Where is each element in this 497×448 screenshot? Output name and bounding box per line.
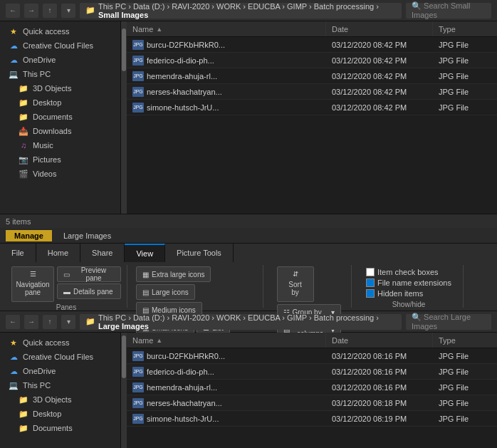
tab-file[interactable]: File — [0, 244, 36, 262]
sidebar-item-documents-1[interactable]: 📁 Documents — [0, 110, 120, 124]
sidebar-item-music-1[interactable]: ♫ Music — [0, 138, 120, 152]
star-icon-2: ★ — [9, 338, 19, 348]
quick-access-label-2: Quick access — [23, 338, 69, 347]
table-row[interactable]: JPG burcu-D2FKbHRkR0... 03/12/2020 08:42… — [127, 37, 497, 53]
ribbon-group-current-view: ⇵ Sort by ☷ Group by ▾ ▤ Add columns ▾ ⟷… — [266, 265, 352, 308]
folder-icon-docs-1: 📁 — [19, 112, 28, 122]
table-row[interactable]: JPG simone-hutsch-JrU... 03/12/2020 08:1… — [127, 411, 497, 427]
star-icon-1: ★ — [9, 26, 19, 36]
sidebar-scrollbar-1[interactable] — [121, 21, 127, 214]
sidebar-item-quick-access-1[interactable]: ★ Quick access — [0, 24, 120, 38]
jpg-icon: JPG — [132, 40, 144, 50]
sidebar-item-onedrive-1[interactable]: ☁ OneDrive — [0, 53, 120, 67]
table-row[interactable]: JPG hemendra-ahuja-rl... 03/12/2020 08:1… — [127, 380, 497, 395]
nav-back-btn-2[interactable]: ← — [6, 315, 20, 329]
breadcrumb-text-2: This PC › Data (D:) › RAVI-2020 › WORK ›… — [98, 313, 396, 330]
title-bar-1: ← → ↑ ▾ 📁 This PC › Data (D:) › RAVI-202… — [0, 0, 497, 21]
show-hide-buttons: Item check boxes File name extensions Hi… — [360, 266, 457, 299]
table-row[interactable]: JPG nerses-khachatryan... 03/12/2020 08:… — [127, 84, 497, 100]
jpg-icon: JPG — [132, 398, 144, 408]
sidebar-item-3d-objects-1[interactable]: 📁 3D Objects — [0, 81, 120, 95]
sidebar-item-desktop-2[interactable]: 📁 Desktop — [0, 407, 120, 421]
desktop-label-1: Desktop — [33, 98, 61, 107]
details-pane-btn[interactable]: ▬ Details pane — [57, 283, 121, 299]
sidebar-item-quick-access-2[interactable]: ★ Quick access — [0, 335, 120, 350]
onedrive-label-2: OneDrive — [23, 367, 56, 375]
col-date-1[interactable]: Date — [326, 21, 433, 36]
nav-pane-icon: ☰ — [30, 270, 36, 278]
col-type-2[interactable]: Type — [433, 333, 497, 348]
jpg-icon: JPG — [132, 87, 144, 97]
file-date-cell: 03/12/2020 08:16 PM — [326, 383, 433, 392]
table-row[interactable]: JPG simone-hutsch-JrU... 03/12/2020 08:4… — [127, 100, 497, 115]
breadcrumb-1[interactable]: 📁 This PC › Data (D:) › RAVI-2020 › WORK… — [80, 3, 402, 19]
sidebar-item-pictures-1[interactable]: 📷 Pictures — [0, 152, 120, 167]
jpg-icon: JPG — [132, 382, 144, 392]
col-type-1[interactable]: Type — [433, 21, 497, 36]
nav-up-btn-2[interactable]: ↑ — [43, 315, 57, 329]
table-row[interactable]: JPG hemendra-ahuja-rl... 03/12/2020 08:4… — [127, 68, 497, 84]
large-images-tab-label[interactable]: Large Images — [63, 231, 111, 240]
sidebar-2: ★ Quick access ☁ Creative Cloud Files ☁ … — [0, 333, 121, 448]
tab-home[interactable]: Home — [36, 244, 80, 262]
manage-tab[interactable]: Manage — [6, 230, 52, 241]
file-name-ext-toggle[interactable]: File name extensions — [366, 278, 451, 287]
preview-pane-btn[interactable]: ▭ Preview pane — [57, 266, 121, 282]
sidebar-item-videos-1[interactable]: 🎬 Videos — [0, 167, 120, 181]
file-name-cell: JPG simone-hutsch-JrU... — [127, 414, 326, 424]
nav-forward-btn-2[interactable]: → — [24, 315, 38, 329]
tab-share[interactable]: Share — [80, 244, 125, 262]
col-name-2[interactable]: Name ▲ — [127, 333, 326, 348]
sidebar-item-documents-2[interactable]: 📁 Documents — [0, 421, 120, 435]
ribbon-group-panes: ☰ Navigation pane ▭ Preview pane ▬ Detai… — [6, 265, 127, 308]
file-date-cell: 03/12/2020 08:42 PM — [326, 103, 433, 112]
file-name-cell: JPG burcu-D2FKbHRkR0... — [127, 351, 326, 361]
file-type-cell: JPG File — [433, 383, 497, 392]
sidebar-scrollbar-2[interactable] — [121, 333, 127, 448]
table-row[interactable]: JPG federico-di-dio-ph... 03/12/2020 08:… — [127, 364, 497, 380]
nav-back-btn-1[interactable]: ← — [6, 4, 20, 18]
recent-btn-1[interactable]: ▾ — [61, 4, 75, 18]
preview-icon: ▭ — [63, 271, 70, 278]
ribbon-buttons-panes: ☰ Navigation pane ▭ Preview pane ▬ Detai… — [11, 266, 121, 302]
file-type-cell: JPG File — [433, 41, 497, 49]
navigation-pane-btn[interactable]: ☰ Navigation pane — [11, 266, 54, 302]
sidebar-item-creative-cloud-2[interactable]: ☁ Creative Cloud Files — [0, 350, 120, 364]
sidebar-item-this-pc-1[interactable]: 💻 This PC — [0, 67, 120, 81]
file-list-2: JPG burcu-D2FKbHRkR0... 03/12/2020 08:16… — [127, 348, 497, 448]
sidebar-item-desktop-1[interactable]: 📁 Desktop — [0, 95, 120, 110]
breadcrumb-text-1: This PC › Data (D:) › RAVI-2020 › WORK ›… — [98, 2, 396, 19]
extra-large-icons-btn[interactable]: ▦ Extra large icons — [136, 266, 211, 282]
table-row[interactable]: JPG federico-di-dio-ph... 03/12/2020 08:… — [127, 53, 497, 68]
hidden-items-toggle[interactable]: Hidden items — [366, 289, 451, 298]
sidebar-item-creative-cloud-1[interactable]: ☁ Creative Cloud Files — [0, 38, 120, 53]
nav-up-btn-1[interactable]: ↑ — [43, 4, 57, 18]
pictures-icon-1: 📷 — [19, 155, 28, 165]
search-box-2[interactable]: 🔍 Search Large Images — [406, 314, 491, 330]
large-icons-btn[interactable]: ▤ Large icons — [136, 284, 195, 300]
breadcrumb-2[interactable]: 📁 This PC › Data (D:) › RAVI-2020 › WORK… — [80, 314, 402, 330]
file-area-1: Name ▲ Date Type Size Tags JPG burcu-D2F… — [127, 21, 497, 214]
nav-forward-btn-1[interactable]: → — [24, 4, 38, 18]
col-date-2[interactable]: Date — [326, 333, 433, 348]
item-checkboxes-toggle[interactable]: Item check boxes — [366, 268, 451, 276]
pictures-label-1: Pictures — [33, 155, 61, 164]
table-row[interactable]: JPG nerses-khachatryan... 03/12/2020 08:… — [127, 395, 497, 411]
table-row[interactable]: JPG burcu-D2FKbHRkR0... 03/12/2020 08:16… — [127, 348, 497, 364]
sidebar-item-onedrive-2[interactable]: ☁ OneDrive — [0, 364, 120, 378]
sidebar-item-this-pc-2[interactable]: 💻 This PC — [0, 378, 120, 392]
sidebar-item-downloads-1[interactable]: 📥 Downloads — [0, 124, 120, 138]
search-box-1[interactable]: 🔍 Search Small Images — [406, 3, 491, 19]
recent-btn-2[interactable]: ▾ — [61, 315, 75, 329]
file-name-cell: JPG nerses-khachatryan... — [127, 398, 326, 408]
status-bar-1: 5 items — [0, 214, 497, 228]
sidebar-item-3d-objects-2[interactable]: 📁 3D Objects — [0, 392, 120, 407]
jpg-icon: JPG — [132, 414, 144, 424]
ribbon-group-show-hide: Item check boxes File name extensions Hi… — [355, 265, 464, 308]
pane-sub-btns: ▭ Preview pane ▬ Details pane — [57, 266, 121, 299]
sort-by-btn[interactable]: ⇵ Sort by — [277, 266, 314, 302]
xl-icon: ▦ — [142, 271, 149, 278]
tab-view[interactable]: View — [125, 244, 165, 262]
tab-picture-tools[interactable]: Picture Tools — [165, 244, 234, 262]
col-name-1[interactable]: Name ▲ — [127, 21, 326, 36]
